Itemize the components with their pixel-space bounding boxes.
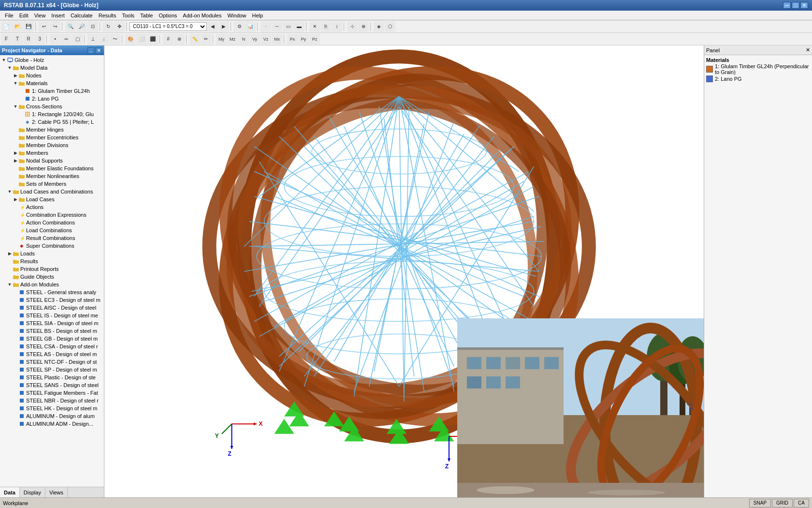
menu-results[interactable]: Results [96, 12, 119, 19]
nav-tree[interactable]: ▼Globe - Holz▼Model Data▶Nodes▼Materials… [0, 55, 104, 487]
tab-views[interactable]: Views [45, 487, 68, 497]
solid-button[interactable]: ▬ [294, 21, 304, 32]
nav-item-steel-sans[interactable]: STEEL SANS - Design of steel [0, 381, 104, 389]
viewport[interactable]: X Z Y X Z [104, 45, 704, 497]
view3d-button[interactable]: ⬡ [385, 21, 395, 32]
nav-item-combination-expressions[interactable]: ⚡Combination Expressions [0, 211, 104, 219]
nav-item-steel-general[interactable]: STEEL - General stress analy [0, 288, 104, 296]
grid-toggle[interactable]: # [163, 34, 174, 45]
nav-item-super-combinations[interactable]: ✱Super Combinations [0, 242, 104, 250]
mz-button[interactable]: Mz [227, 34, 238, 45]
nav-item-steel-hk[interactable]: STEEL HK - Design of steel m [0, 404, 104, 412]
measure-button[interactable]: 📏 [189, 34, 200, 45]
nav-item-member-eccentricities[interactable]: Member Eccentricities [0, 134, 104, 141]
view-3d[interactable]: 3 [34, 34, 45, 45]
color-mode[interactable]: 🎨 [125, 34, 136, 45]
nav-item-cs-1[interactable]: 1: Rectangle 120/240; Glu [0, 110, 104, 118]
menu-addon[interactable]: Add-on Modules [180, 12, 224, 19]
nav-item-aluminum-adm[interactable]: ALUMINUM ADM - Design... [0, 420, 104, 428]
nav-item-load-cases-combinations[interactable]: ▼Load Cases and Combinations [0, 188, 104, 195]
tab-display[interactable]: Display [20, 487, 45, 497]
nav-item-guide-objects[interactable]: Guide Objects [0, 273, 104, 281]
nav-item-steel-is[interactable]: STEEL IS - Design of steel me [0, 312, 104, 319]
nav-item-steel-ec3[interactable]: STEEL EC3 - Design of steel m [0, 296, 104, 304]
member-button[interactable]: ─ [272, 21, 282, 32]
view-right[interactable]: R [23, 34, 34, 45]
menu-view[interactable]: View [31, 12, 49, 19]
wireframe-mode[interactable]: ⬜ [136, 34, 147, 45]
nav-item-member-divisions[interactable]: Member Divisions [0, 141, 104, 149]
panel-close-button[interactable]: ✕ [806, 47, 810, 53]
mx-button[interactable]: Mx [272, 34, 282, 45]
nav-item-materials[interactable]: ▼Materials [0, 79, 104, 87]
nav-item-steel-sia[interactable]: STEEL SIA - Design of steel m [0, 319, 104, 327]
zoom-fit-button[interactable]: ⊡ [87, 21, 98, 32]
pz-button[interactable]: Pz [309, 34, 320, 45]
n-button[interactable]: N [238, 34, 249, 45]
nav-item-aluminum[interactable]: ALUMINUM - Design of alum [0, 412, 104, 420]
nav-item-mat-2[interactable]: 2: Lano PG [0, 95, 104, 103]
ca-button[interactable]: CA [794, 499, 809, 508]
show-results[interactable]: 〜 [110, 34, 120, 45]
nav-item-steel-nbr[interactable]: STEEL NBR - Design of steel r [0, 397, 104, 404]
show-supports[interactable]: ⊥ [87, 34, 98, 45]
nav-item-loads[interactable]: ▶Loads [0, 250, 104, 257]
delete-button[interactable]: ✕ [309, 21, 320, 32]
nav-item-steel-fatigue[interactable]: STEEL Fatigue Members - Fat [0, 389, 104, 397]
zoom-out-button[interactable]: 🔎 [76, 21, 87, 32]
tab-data[interactable]: Data [0, 487, 20, 497]
menu-options[interactable]: Options [156, 12, 180, 19]
show-loads[interactable]: ↓ [99, 34, 109, 45]
select-button[interactable]: ⊹ [347, 21, 358, 32]
minimize-button[interactable]: — [783, 2, 791, 9]
nav-item-result-combinations[interactable]: ⚡Result Combinations [0, 234, 104, 242]
annotate-button[interactable]: ✏ [201, 34, 211, 45]
snap-button[interactable]: SNAP [749, 499, 771, 508]
next-button[interactable]: ▶ [218, 21, 229, 32]
nav-item-mat-1[interactable]: 1: Glulam Timber GL24h [0, 87, 104, 95]
py-button[interactable]: Py [298, 34, 309, 45]
nav-item-cs-2[interactable]: ✱2: Cable PG 55 | Pfeifer; L [0, 118, 104, 126]
zoom-in-button[interactable]: 🔍 [65, 21, 76, 32]
menu-tools[interactable]: Tools [119, 12, 137, 19]
move-button[interactable]: ↕ [332, 21, 342, 32]
surface-button[interactable]: ▭ [283, 21, 293, 32]
menu-calculate[interactable]: Calculate [68, 12, 96, 19]
redo-button[interactable]: ↪ [50, 21, 60, 32]
pan-button[interactable]: ✥ [114, 21, 125, 32]
nav-item-steel-bs[interactable]: STEEL BS - Design of steel m [0, 327, 104, 335]
nav-close-button[interactable]: ✕ [95, 47, 102, 54]
nav-item-sets-of-members[interactable]: Sets of Members [0, 180, 104, 188]
new-button[interactable]: 📄 [1, 21, 12, 32]
nav-item-steel-csa[interactable]: STEEL CSA - Design of steel r [0, 343, 104, 350]
save-button[interactable]: 💾 [23, 21, 34, 32]
load-case-combo[interactable]: CO110 - LC1 = 0.5*LC3 = 0 [130, 22, 207, 31]
prev-button[interactable]: ◀ [207, 21, 218, 32]
copy-button[interactable]: ⎘ [320, 21, 331, 32]
open-button[interactable]: 📂 [12, 21, 23, 32]
nav-item-add-on-modules[interactable]: ▼Add-on Modules [0, 281, 104, 288]
nav-item-steel-as[interactable]: STEEL AS - Design of steel m [0, 350, 104, 358]
menu-insert[interactable]: Insert [48, 12, 68, 19]
view-front[interactable]: F [1, 34, 12, 45]
nav-item-globe-holz[interactable]: ▼Globe - Holz [0, 56, 104, 64]
maximize-button[interactable]: □ [792, 2, 799, 9]
node-button[interactable]: · [261, 21, 271, 32]
intersect-button[interactable]: ⊗ [358, 21, 369, 32]
menu-table[interactable]: Table [137, 12, 156, 19]
px-button[interactable]: Px [287, 34, 298, 45]
snap-toggle[interactable]: ⊕ [174, 34, 185, 45]
display-surfaces[interactable]: ▢ [72, 34, 83, 45]
nav-item-steel-gb[interactable]: STEEL GB - Design of steel m [0, 335, 104, 343]
view-top[interactable]: T [12, 34, 23, 45]
nav-item-members[interactable]: ▶Members [0, 149, 104, 157]
display-nodes[interactable]: • [50, 34, 60, 45]
nav-item-printout-reports[interactable]: Printout Reports [0, 265, 104, 273]
close-button[interactable]: ✕ [800, 2, 808, 9]
nav-item-steel-plastic[interactable]: STEEL Plastic - Design of ste [0, 374, 104, 381]
nav-item-actions[interactable]: ⚡Actions [0, 203, 104, 211]
rotate-button[interactable]: ↻ [103, 21, 114, 32]
nav-item-member-hinges[interactable]: Member Hinges [0, 126, 104, 134]
nav-item-steel-aisc[interactable]: STEEL AISC - Design of steel [0, 304, 104, 312]
nav-pin-button[interactable]: _ [87, 47, 94, 54]
